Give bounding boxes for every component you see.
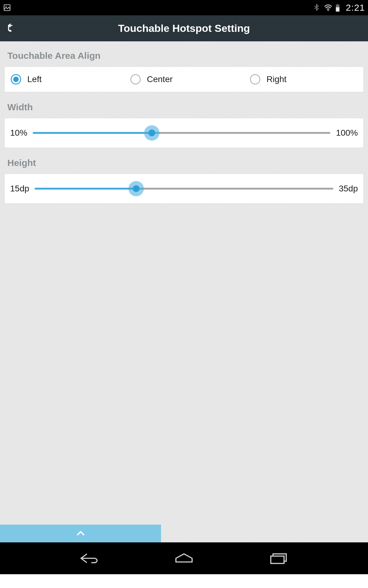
align-radio-row: Left Center Right — [5, 67, 363, 92]
nav-recents-icon — [267, 552, 289, 565]
nav-back-button[interactable] — [76, 549, 104, 567]
svg-rect-6 — [271, 556, 284, 564]
slider-thumb — [148, 130, 155, 136]
slider-fill — [35, 188, 136, 190]
height-section-label: Height — [7, 158, 364, 168]
align-option-center[interactable]: Center — [124, 67, 244, 92]
svg-point-2 — [328, 10, 329, 11]
svg-rect-5 — [336, 7, 339, 12]
align-option-label: Left — [27, 74, 42, 84]
content-area: Touchable Area Align Left Center Right W… — [0, 41, 368, 542]
chevron-up-icon — [75, 528, 86, 539]
width-min-label: 10% — [10, 128, 27, 138]
expand-panel-button[interactable] — [0, 525, 161, 542]
radio-icon — [11, 74, 21, 85]
nav-home-icon — [173, 552, 195, 565]
radio-icon — [250, 74, 260, 85]
height-max-label: 35dp — [339, 184, 358, 194]
svg-point-1 — [6, 6, 6, 7]
align-option-right[interactable]: Right — [244, 67, 363, 92]
align-option-label: Right — [266, 74, 286, 84]
radio-icon — [130, 74, 141, 85]
nav-home-button[interactable] — [170, 549, 198, 567]
slider-fill — [33, 132, 152, 134]
back-button[interactable] — [0, 15, 21, 41]
align-option-left[interactable]: Left — [5, 67, 124, 92]
slider-thumb — [133, 185, 140, 192]
bluetooth-icon — [313, 4, 321, 12]
align-radio-card: Left Center Right — [4, 66, 364, 92]
page-title: Touchable Hotspot Setting — [21, 22, 368, 34]
width-section-label: Width — [7, 102, 364, 112]
status-time: 2:21 — [346, 2, 365, 13]
width-max-label: 100% — [336, 128, 358, 138]
app-bar: Touchable Hotspot Setting — [0, 15, 368, 41]
status-bar: 2:21 — [0, 0, 368, 15]
width-slider[interactable] — [33, 127, 330, 139]
back-icon — [6, 23, 16, 34]
navigation-bar — [0, 542, 368, 574]
height-min-label: 15dp — [10, 184, 29, 194]
battery-icon — [335, 4, 343, 12]
width-slider-card: 10% 100% — [4, 118, 364, 148]
height-slider-card: 15dp 35dp — [4, 174, 364, 204]
height-slider[interactable] — [35, 183, 333, 195]
image-notification-icon — [3, 4, 11, 12]
align-option-label: Center — [147, 74, 173, 84]
nav-recents-button[interactable] — [264, 549, 292, 567]
align-section-label: Touchable Area Align — [7, 51, 364, 61]
wifi-icon — [324, 4, 332, 12]
svg-rect-4 — [337, 4, 338, 5]
nav-back-icon — [79, 552, 101, 565]
